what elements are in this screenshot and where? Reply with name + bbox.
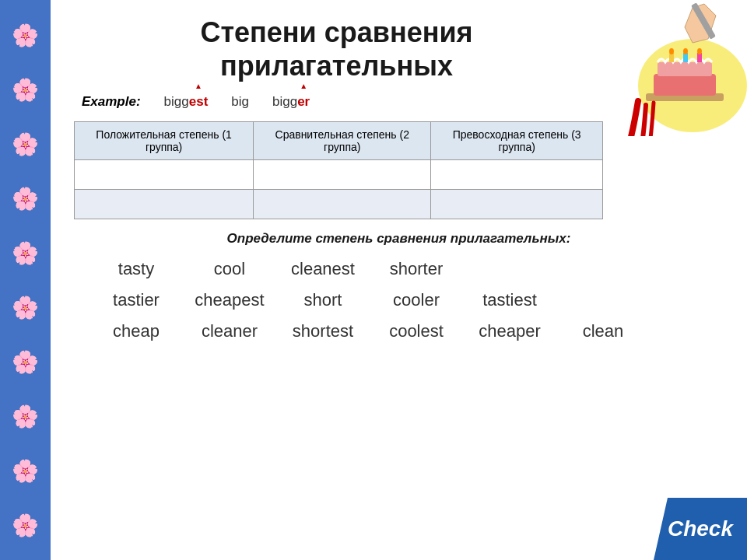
svg-point-9 — [697, 48, 702, 54]
table-cell-2-1 — [75, 190, 254, 219]
painting-illustration — [591, 0, 747, 136]
table-row-2 — [75, 190, 603, 219]
main-content: Степени сравнения прилагательных cake Ex… — [51, 0, 747, 560]
table-cell-2-2 — [254, 190, 431, 219]
word-row-3: cheap cleaner shortest coolest cheaper c… — [89, 318, 724, 345]
example-highlight-er: er — [297, 94, 310, 109]
word-grid: tasty cool cleanest shorter tastier chea… — [89, 256, 724, 345]
word-short[interactable]: short — [276, 287, 370, 313]
table-cell-1-3 — [431, 160, 603, 190]
word-cheapest[interactable]: cheapest — [183, 287, 276, 313]
page-title: Степени сравнения прилагательных — [74, 16, 599, 82]
table-row-1 — [75, 160, 603, 190]
instruction-text: Определите степень сравнения прилагатель… — [74, 231, 724, 247]
example-word-3: bigger — [272, 94, 310, 110]
table-cell-2-3 — [431, 190, 603, 219]
svg-point-7 — [669, 48, 674, 54]
word-row-2: tastier cheapest short cooler tastiest — [89, 287, 724, 313]
word-clean[interactable]: clean — [556, 318, 650, 345]
flower-10: 🌸 — [6, 506, 45, 544]
comparison-table: Положительная степень (1 группа) Сравнит… — [74, 121, 603, 219]
svg-point-8 — [683, 48, 688, 54]
word-cleanest[interactable]: cleanest — [276, 256, 370, 282]
example-word-1: biggest — [164, 94, 209, 110]
word-tastiest[interactable]: tastiest — [463, 287, 556, 313]
flower-8: 🌸 — [6, 397, 45, 436]
flower-2: 🌸 — [6, 70, 45, 109]
check-button[interactable]: Check — [654, 498, 747, 560]
flower-7: 🌸 — [6, 342, 45, 381]
word-cheap[interactable]: cheap — [89, 318, 183, 345]
svg-rect-3 — [658, 62, 712, 76]
example-highlight-est: est — [189, 94, 209, 109]
word-shorter[interactable]: shorter — [370, 256, 463, 282]
flower-4: 🌸 — [6, 179, 45, 218]
word-tastier[interactable]: tastier — [89, 287, 183, 313]
table-header-1: Положительная степень (1 группа) — [75, 122, 254, 160]
table-header-3: Превосходная степень (3 группа) — [431, 122, 603, 160]
flower-1: 🌸 — [6, 16, 45, 54]
flower-3: 🌸 — [6, 124, 45, 163]
word-row-1: tasty cool cleanest shorter — [89, 256, 724, 282]
illustration — [591, 0, 747, 140]
svg-rect-2 — [654, 74, 716, 96]
flower-5: 🌸 — [6, 233, 45, 272]
word-cool[interactable]: cool — [183, 256, 276, 282]
word-cleaner[interactable]: cleaner — [183, 318, 276, 345]
table-cell-1-2 — [254, 160, 431, 190]
word-cheaper[interactable]: cheaper — [463, 318, 556, 345]
word-shortest[interactable]: shortest — [276, 318, 370, 345]
flower-9: 🌸 — [6, 451, 45, 490]
example-label: Example: — [82, 94, 141, 110]
example-word-2: big — [231, 94, 249, 110]
word-tasty[interactable]: tasty — [89, 256, 183, 282]
flower-6: 🌸 — [6, 288, 45, 327]
word-coolest[interactable]: coolest — [370, 318, 463, 345]
table-header-2: Сравнительная степень (2 группа) — [254, 122, 431, 160]
word-cooler[interactable]: cooler — [370, 287, 463, 313]
left-border: 🌸 🌸 🌸 🌸 🌸 🌸 🌸 🌸 🌸 🌸 — [0, 0, 51, 560]
table-cell-1-1 — [75, 160, 254, 190]
